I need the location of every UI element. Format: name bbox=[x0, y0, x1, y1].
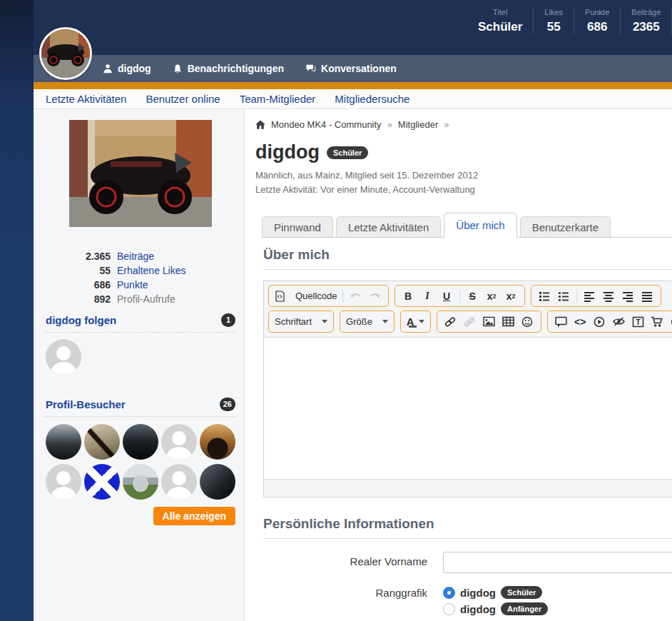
align-center-icon bbox=[603, 291, 614, 302]
insert-image-button[interactable] bbox=[479, 313, 499, 330]
table-icon bbox=[502, 316, 514, 327]
breadcrumb-community[interactable]: Mondeo MK4 - Community bbox=[271, 119, 382, 130]
link-icon bbox=[444, 316, 457, 328]
rank-radio-anfaenger[interactable] bbox=[443, 603, 455, 615]
followers-title[interactable]: digdog folgen bbox=[46, 314, 116, 326]
stat-row-beitraege: 2.365 Beiträge bbox=[46, 251, 235, 262]
insert-text-box-button[interactable]: T bbox=[628, 313, 648, 330]
align-right-button[interactable] bbox=[618, 287, 638, 305]
editor-toolbar: Quellcode bbox=[264, 281, 672, 338]
visitor-avatar[interactable] bbox=[84, 424, 120, 460]
profile-stats-strip: Titel Schüler Likes 55 Punkte 686 Beiträ… bbox=[467, 8, 672, 34]
visitor-avatar[interactable] bbox=[46, 464, 81, 500]
redo-button[interactable] bbox=[365, 287, 385, 305]
stat-link-likes[interactable]: Erhaltene Likes bbox=[117, 265, 186, 276]
visitor-avatar[interactable] bbox=[123, 464, 158, 500]
visitor-avatar[interactable] bbox=[161, 424, 197, 460]
personal-info-title: Persönliche Informationen bbox=[263, 516, 672, 532]
image-icon bbox=[483, 316, 495, 327]
show-all-visitors-button[interactable]: Alle anzeigen bbox=[153, 507, 235, 525]
remove-link-button[interactable] bbox=[460, 313, 479, 330]
svg-text:T: T bbox=[636, 318, 640, 325]
bold-button[interactable]: B bbox=[399, 287, 418, 305]
tab-letzte-aktivitaeten[interactable]: Letzte Aktivitäten bbox=[336, 216, 441, 237]
font-size-dropdown[interactable]: Größe bbox=[344, 313, 390, 330]
toolbar-group-font: Schriftart bbox=[268, 310, 334, 333]
page-body: 2.365 Beiträge 55 Erhaltene Likes 686 Pu… bbox=[34, 109, 672, 621]
navbar-notifications[interactable]: Benachrichtigungen bbox=[173, 63, 284, 74]
profile-main-photo[interactable] bbox=[69, 120, 212, 227]
rank-radio-schueler[interactable] bbox=[443, 587, 455, 599]
cart-icon bbox=[651, 316, 663, 328]
align-justify-button[interactable] bbox=[638, 287, 657, 305]
visitors-count-badge: 26 bbox=[220, 398, 235, 411]
toolbar-group-document: Quellcode bbox=[268, 285, 389, 307]
undo-button[interactable] bbox=[346, 287, 365, 305]
superscript-button[interactable]: x2 bbox=[502, 287, 521, 305]
tab-ueber-mich[interactable]: Über mich bbox=[444, 213, 516, 238]
insert-spoiler-button[interactable] bbox=[609, 313, 628, 330]
forum-profile-page: Titel Schüler Likes 55 Punkte 686 Beiträ… bbox=[34, 0, 672, 621]
followers-list bbox=[46, 339, 235, 375]
main-content: Mondeo MK4 - Community » Mitglieder » di… bbox=[245, 109, 672, 621]
navbar-conversations[interactable]: Konversationen bbox=[305, 63, 397, 74]
visitor-avatar[interactable] bbox=[84, 464, 120, 500]
align-left-button[interactable] bbox=[580, 287, 599, 305]
stat-likes: Likes 55 bbox=[533, 8, 574, 34]
align-justify-icon bbox=[641, 291, 653, 302]
text-color-dropdown[interactable]: A bbox=[404, 313, 427, 330]
insert-link-button[interactable] bbox=[441, 313, 460, 330]
navbar-user-menu[interactable]: digdog bbox=[103, 63, 151, 74]
stat-link-beitraege[interactable]: Beiträge bbox=[117, 251, 154, 262]
visitor-avatar[interactable] bbox=[200, 424, 235, 460]
page-left-margin bbox=[0, 0, 34, 621]
font-family-dropdown[interactable]: Schriftart bbox=[273, 313, 330, 330]
insert-media-button[interactable] bbox=[590, 313, 609, 330]
unordered-list-icon bbox=[558, 291, 569, 302]
rank-option-badge-anfaenger: Anfänger bbox=[501, 602, 548, 615]
insert-product-button[interactable] bbox=[648, 313, 667, 330]
stat-link-punkte[interactable]: Punkte bbox=[117, 279, 148, 291]
menu-item-mitgliedersuche[interactable]: Mitgliedersuche bbox=[335, 93, 409, 105]
ordered-list-button[interactable] bbox=[535, 287, 554, 305]
insert-quote-button[interactable] bbox=[551, 313, 571, 330]
insert-code-button[interactable]: <> bbox=[571, 313, 590, 330]
source-code-button[interactable]: Quellcode bbox=[273, 287, 340, 305]
first-name-input[interactable] bbox=[443, 552, 672, 573]
visitors-title[interactable]: Profil-Besucher bbox=[46, 398, 126, 410]
navbar-notifications-label: Benachrichtigungen bbox=[188, 63, 284, 74]
menu-item-letzte-aktivitaeten[interactable]: Letzte Aktivitäten bbox=[46, 93, 126, 105]
rank-option-schueler: digdog Schüler bbox=[443, 586, 548, 599]
top-header: Titel Schüler Likes 55 Punkte 686 Beiträ… bbox=[34, 0, 672, 55]
tab-benutzerkarte[interactable]: Benutzerkarte bbox=[520, 216, 611, 237]
user-avatar[interactable] bbox=[39, 27, 92, 80]
breadcrumb-mitglieder[interactable]: Mitglieder bbox=[398, 119, 438, 130]
insert-table-button[interactable] bbox=[499, 313, 518, 330]
insert-smiley-button[interactable] bbox=[518, 313, 537, 330]
menu-item-team-mitglieder[interactable]: Team-Mitglieder bbox=[240, 93, 316, 105]
align-center-button[interactable] bbox=[599, 287, 618, 305]
visitors-grid bbox=[46, 424, 235, 500]
visitor-avatar[interactable] bbox=[46, 424, 81, 460]
tab-pinnwand[interactable]: Pinnwand bbox=[262, 216, 333, 237]
profile-title-row: digdog Schüler bbox=[255, 141, 672, 163]
avatar-motorcycle-photo bbox=[41, 29, 90, 78]
italic-button[interactable]: I bbox=[418, 287, 437, 305]
unordered-list-button[interactable] bbox=[554, 287, 574, 305]
subscript-button[interactable]: x2 bbox=[482, 287, 502, 305]
align-right-icon bbox=[622, 291, 633, 302]
comments-icon bbox=[305, 64, 316, 74]
underline-button[interactable]: U bbox=[437, 287, 457, 305]
follower-avatar[interactable] bbox=[46, 339, 81, 375]
remove-format-button[interactable] bbox=[667, 313, 672, 330]
visitor-avatar[interactable] bbox=[123, 424, 158, 460]
breadcrumb: Mondeo MK4 - Community » Mitglieder » bbox=[255, 119, 672, 130]
profile-sidebar: 2.365 Beiträge 55 Erhaltene Likes 686 Pu… bbox=[34, 109, 245, 621]
visitor-avatar[interactable] bbox=[200, 464, 235, 500]
menu-item-benutzer-online[interactable]: Benutzer online bbox=[146, 93, 220, 105]
editor-text-area[interactable] bbox=[264, 338, 672, 479]
user-navbar: digdog Benachrichtigungen Konversationen bbox=[34, 55, 672, 82]
visitor-avatar[interactable] bbox=[161, 464, 197, 500]
strikethrough-button[interactable]: S bbox=[463, 287, 482, 305]
about-panel: Über mich Quellco bbox=[255, 238, 672, 621]
